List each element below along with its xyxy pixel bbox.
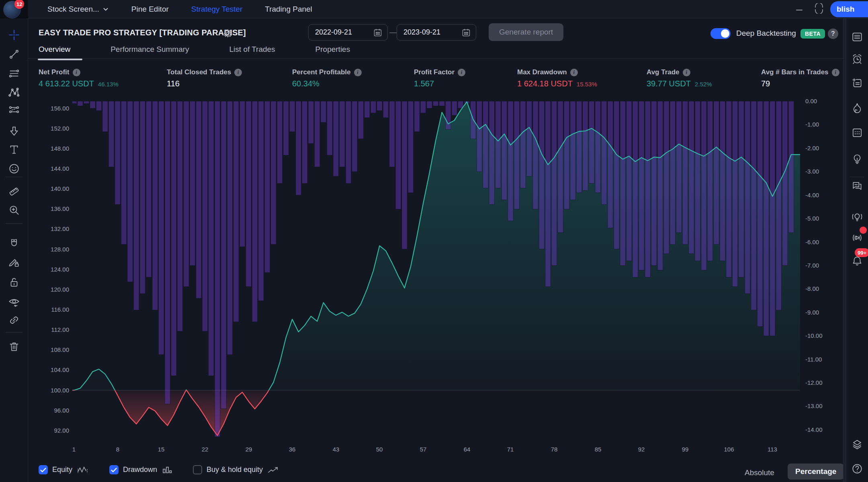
nav-item-pine-editor[interactable]: Pine Editor [120, 0, 180, 18]
right-percent-axis[interactable]: 0.00-1.00-2.00-3.00-4.00-5.00-6.00-7.00-… [805, 101, 837, 443]
checkbox-checked[interactable] [39, 465, 48, 474]
hotlist-flame-icon[interactable] [848, 99, 866, 117]
stat-label: Profit Factori [414, 68, 465, 76]
trade-number-axis[interactable]: 1815222936435057647178859299106113 [72, 446, 800, 455]
minimize-icon[interactable] [795, 4, 804, 14]
date-from-value: 2022-09-21 [315, 28, 352, 37]
left-axis-tick: 108.00 [51, 346, 69, 353]
zoom-in-icon[interactable] [5, 201, 23, 219]
tab-overview[interactable]: Overview [39, 43, 70, 59]
parallel-lines-icon[interactable] [5, 65, 23, 82]
strategy-settings-gear-icon[interactable] [222, 27, 234, 39]
x-axis-tick: 64 [464, 446, 471, 453]
stat-value-row: 1.567 [414, 79, 465, 88]
chevron-down-icon [102, 6, 109, 12]
generate-report-button[interactable]: Generate report [489, 23, 563, 41]
right-toolbar: 99+ [843, 18, 868, 482]
legend-toggle-buy-hold-equity[interactable]: Buy & hold equity [193, 465, 279, 474]
chat-icon[interactable] [848, 177, 866, 195]
help-question-icon[interactable] [848, 460, 866, 478]
nav-item-trading-panel[interactable]: Trading Panel [254, 0, 323, 18]
notifications-bell-icon[interactable]: 99+ [848, 252, 866, 270]
stat-label-text: Total Closed Trades [167, 68, 231, 76]
crosshair-icon[interactable] [5, 26, 23, 44]
live-indicator-dot [860, 227, 867, 234]
checkbox-checked[interactable] [109, 465, 119, 474]
checkbox-unchecked[interactable] [193, 465, 202, 474]
lock-icon[interactable] [5, 274, 23, 291]
left-price-axis[interactable]: 156.00152.00148.00144.00140.00136.00132.… [40, 101, 69, 443]
right-axis-tick: -10.00 [805, 332, 823, 339]
object-tree-layers-icon[interactable] [848, 436, 866, 453]
streams-bulb-icon[interactable] [848, 208, 866, 226]
edit-lock-icon[interactable] [5, 253, 23, 271]
info-icon[interactable]: i [234, 69, 242, 76]
add-notes-icon[interactable] [848, 74, 866, 92]
live-play-icon[interactable] [848, 229, 866, 247]
left-axis-tick: 132.00 [51, 225, 69, 232]
x-axis-tick: 50 [376, 446, 383, 453]
link-icon[interactable] [5, 311, 23, 329]
stat-value-row: 79 [761, 79, 839, 88]
toggle-knob [721, 29, 729, 38]
panel-resize-handle[interactable] [843, 18, 846, 482]
info-icon[interactable]: i [458, 69, 465, 76]
toolbar-divider [6, 332, 23, 333]
tab-performance-summary[interactable]: Performance Summary [111, 43, 189, 59]
legend-toggle-equity[interactable]: Equity [39, 465, 89, 474]
strategy-tester-panel: EASY TRADE PRO STRATEGY [TRADING PARADIS… [28, 18, 843, 482]
right-axis-tick: -9.00 [805, 309, 819, 316]
deep-backtesting-toggle[interactable] [710, 28, 731, 39]
emoji-icon[interactable] [5, 160, 23, 178]
nav-item-stock-screen[interactable]: Stock Screen... [36, 0, 120, 18]
left-axis-tick: 104.00 [51, 366, 69, 373]
left-axis-tick: 96.00 [54, 407, 69, 414]
alerts-clock-icon[interactable] [848, 50, 866, 68]
stat-avg-bars-in-trades: Avg # Bars in Tradesi79 [761, 68, 839, 88]
date-to-field[interactable]: 2023-09-21 [397, 24, 476, 41]
magnet-icon[interactable] [5, 235, 23, 253]
stats-row: Net Profiti4 613.22 USDT46.13%Total Clos… [28, 68, 843, 93]
info-icon[interactable]: i [73, 69, 80, 76]
info-icon[interactable]: i [354, 69, 362, 76]
help-icon[interactable]: ? [828, 29, 838, 39]
info-icon[interactable]: i [570, 69, 578, 76]
toolbar-divider [6, 223, 23, 224]
left-axis-tick: 120.00 [51, 286, 69, 293]
nav-item-strategy-tester[interactable]: Strategy Tester [180, 0, 254, 18]
eye-hide-icon[interactable] [5, 293, 23, 311]
notifications-badge: 99+ [855, 248, 868, 257]
info-icon[interactable]: i [832, 69, 839, 76]
info-icon[interactable]: i [683, 69, 690, 76]
legend-toggle-drawdown[interactable]: Drawdown [109, 465, 173, 474]
arrow-marker-icon[interactable] [5, 123, 23, 140]
stat-percent: 2.52% [695, 81, 712, 88]
tab-list-of-trades[interactable]: List of Trades [229, 43, 275, 59]
percentage-mode-button[interactable]: Percentage [788, 464, 844, 480]
restore-icon[interactable] [814, 3, 824, 15]
stat-value: 39.77 USDT [647, 79, 691, 88]
ideas-bulb-icon[interactable] [848, 150, 866, 167]
stat-label: Max Drawdowni [517, 68, 597, 76]
calendar-icon[interactable] [848, 124, 866, 141]
buyhold-line-icon [267, 466, 279, 474]
publish-button[interactable]: blish [830, 1, 868, 17]
xabcd-pattern-icon[interactable] [5, 84, 23, 101]
right-axis-tick: -5.00 [805, 215, 819, 222]
projection-icon[interactable] [5, 101, 23, 118]
right-axis-tick: -13.00 [805, 402, 823, 409]
tab-properties[interactable]: Properties [315, 43, 350, 59]
trash-icon[interactable] [5, 338, 23, 355]
right-axis-tick: -6.00 [805, 239, 819, 245]
absolute-mode-button[interactable]: Absolute [745, 468, 774, 477]
date-from-field[interactable]: 2022-09-21 [308, 24, 388, 41]
text-tool-icon[interactable] [5, 141, 23, 158]
watchlist-icon[interactable] [848, 28, 866, 46]
x-axis-tick: 57 [420, 446, 427, 453]
left-axis-tick: 92.00 [54, 427, 69, 434]
ruler-icon[interactable] [5, 183, 23, 200]
drawdown-bars-icon [162, 466, 173, 474]
window-controls [795, 0, 824, 18]
trend-line-icon[interactable] [5, 45, 23, 63]
equity-drawdown-chart[interactable] [72, 101, 800, 443]
